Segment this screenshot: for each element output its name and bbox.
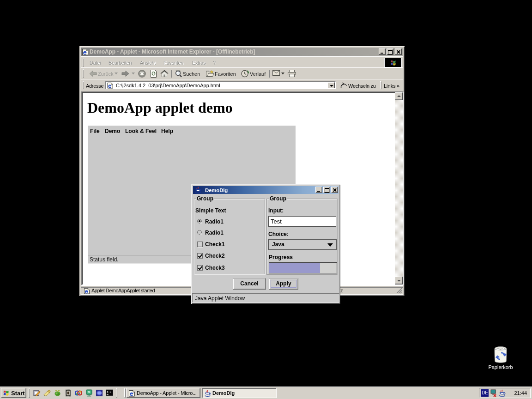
- svg-text:C:\: C:\: [107, 391, 112, 393]
- svg-text:TZ: TZ: [88, 391, 91, 393]
